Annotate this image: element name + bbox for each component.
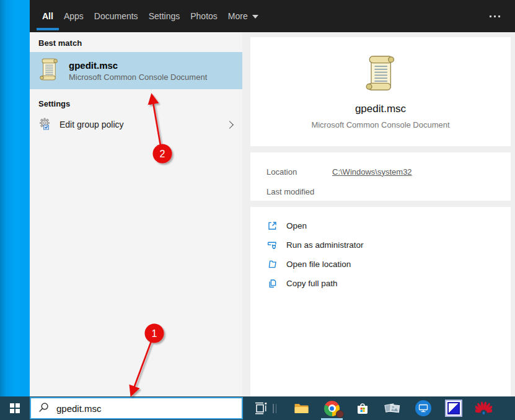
diagonal-square-active-frame xyxy=(445,400,462,417)
microsoft-store-icon[interactable] xyxy=(347,396,377,420)
action-open[interactable]: Open xyxy=(266,216,511,235)
search-filter-bar: All Apps Documents Settings Photos More xyxy=(30,0,515,32)
diagonal-square-icon[interactable] xyxy=(438,396,469,420)
display-app-logo xyxy=(415,400,431,416)
search-results-panel: Best match gpedit.msc Microsoft xyxy=(30,32,242,396)
ellipsis-icon[interactable] xyxy=(490,0,500,32)
chevron-right-icon[interactable] xyxy=(226,121,234,129)
property-row-location: Location C:\Windows\system32 xyxy=(266,162,511,182)
msc-scroll-document-icon xyxy=(38,58,59,84)
location-link[interactable]: C:\Windows\system32 xyxy=(332,167,412,177)
tab-all-label: All xyxy=(42,11,53,21)
tab-more-label: More xyxy=(228,11,248,21)
settings-result-edit-group-policy[interactable]: Edit group policy xyxy=(30,113,242,136)
preview-actions-card: Open Run as administrator Open file loca… xyxy=(250,207,511,396)
tab-settings[interactable]: Settings xyxy=(147,0,182,32)
action-open-label: Open xyxy=(286,221,307,230)
taskbar-search-box[interactable] xyxy=(30,397,243,419)
action-copy-full-path[interactable]: Copy full path xyxy=(266,274,511,293)
diagonal-square-logo xyxy=(447,402,460,414)
gear-check-icon xyxy=(38,118,51,132)
best-match-result[interactable]: gpedit.msc Microsoft Common Console Docu… xyxy=(30,52,242,89)
task-view-button[interactable] xyxy=(245,396,276,420)
file-explorer-icon[interactable] xyxy=(286,396,317,420)
action-run-as-administrator[interactable]: Run as administrator xyxy=(266,235,511,255)
msc-scroll-document-icon-large xyxy=(363,55,398,94)
photos-icon[interactable] xyxy=(377,396,408,420)
last-modified-label: Last modified xyxy=(266,187,332,196)
tab-settings-label: Settings xyxy=(149,11,180,21)
preview-panel: gpedit.msc Microsoft Common Console Docu… xyxy=(242,32,515,396)
open-external-icon xyxy=(266,221,278,232)
tab-more[interactable]: More xyxy=(227,0,260,32)
chrome-icon[interactable] xyxy=(317,396,347,420)
taskbar-separator xyxy=(273,396,276,420)
best-match-header: Best match xyxy=(30,32,242,52)
huawei-icon[interactable] xyxy=(469,396,499,420)
desktop-wallpaper xyxy=(0,0,30,396)
action-copy-full-path-label: Copy full path xyxy=(286,279,338,288)
tab-documents[interactable]: Documents xyxy=(93,0,139,32)
windows-logo-icon xyxy=(10,403,20,413)
display-circle-icon[interactable] xyxy=(408,396,438,420)
caret-down-icon xyxy=(252,15,258,19)
location-label: Location xyxy=(266,167,332,177)
search-input[interactable] xyxy=(55,403,242,414)
tab-photos[interactable]: Photos xyxy=(189,0,219,32)
preview-hero-card: gpedit.msc Microsoft Common Console Docu… xyxy=(250,37,511,146)
tab-apps-label: Apps xyxy=(64,11,84,21)
tab-apps[interactable]: Apps xyxy=(63,0,85,32)
action-open-file-location[interactable]: Open file location xyxy=(266,255,511,274)
settings-result-label: Edit group policy xyxy=(59,120,124,129)
start-button[interactable] xyxy=(0,396,30,420)
search-icon xyxy=(38,402,49,415)
action-run-admin-label: Run as administrator xyxy=(286,240,364,250)
best-match-title: gpedit.msc xyxy=(69,60,207,71)
tab-all[interactable]: All xyxy=(41,0,55,32)
copy-icon xyxy=(266,278,278,289)
preview-properties-card: Location C:\Windows\system32 Last modifi… xyxy=(250,152,511,201)
settings-header: Settings xyxy=(30,93,242,113)
chrome-profile-badge xyxy=(336,410,344,418)
preview-subtitle: Microsoft Common Console Document xyxy=(311,120,449,129)
tab-photos-label: Photos xyxy=(190,11,218,21)
task-view-icon xyxy=(254,402,268,414)
preview-title: gpedit.msc xyxy=(355,103,406,115)
tab-documents-label: Documents xyxy=(94,11,138,21)
action-open-file-location-label: Open file location xyxy=(286,260,351,269)
file-location-icon xyxy=(266,259,278,270)
property-row-last-modified: Last modified xyxy=(266,182,511,201)
run-admin-shield-icon xyxy=(266,240,278,251)
best-match-subtitle: Microsoft Common Console Document xyxy=(69,72,207,82)
